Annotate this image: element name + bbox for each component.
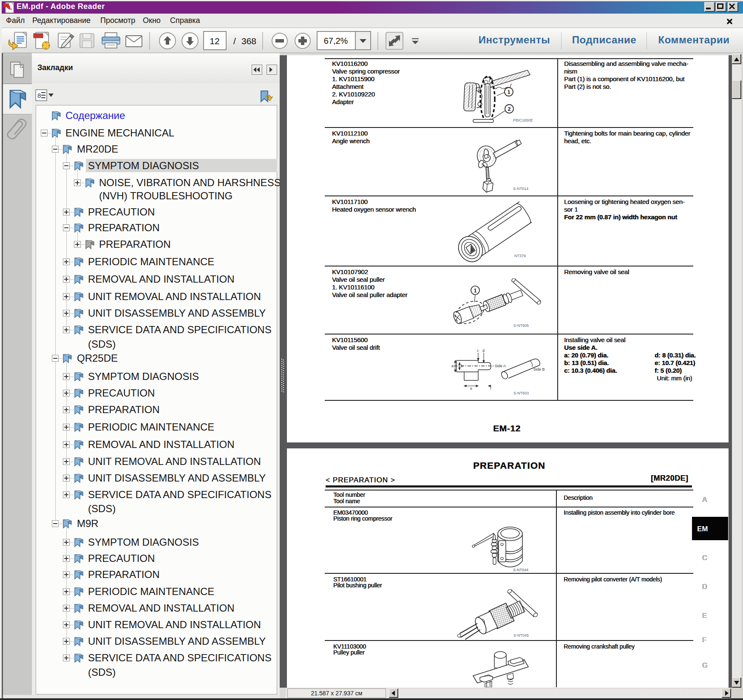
svg-text:NT379: NT379 (514, 254, 526, 258)
svg-text:PBIC1650E: PBIC1650E (513, 118, 533, 122)
svg-text:1: 1 (474, 288, 477, 294)
svg-text:S-NT603: S-NT603 (513, 391, 529, 395)
svg-text:Side B: Side B (533, 367, 545, 371)
svg-text:S-NT045: S-NT045 (513, 633, 529, 638)
svg-text:368: 368 (241, 36, 256, 46)
svg-text:S-NT605: S-NT605 (513, 323, 529, 328)
svg-text:/: / (233, 36, 236, 46)
svg-text:S-NT044: S-NT044 (513, 568, 528, 572)
svg-text:c: c (477, 349, 479, 353)
svg-text:8: 8 (37, 92, 41, 99)
svg-text:Side A: Side A (495, 364, 506, 368)
svg-text:12: 12 (210, 36, 219, 46)
svg-text:d: d (482, 349, 485, 353)
svg-text:b: b (461, 364, 463, 368)
svg-text:S-NT014: S-NT014 (513, 187, 528, 191)
svg-text:1: 1 (508, 89, 510, 95)
svg-text:e: e (470, 386, 472, 391)
svg-text:a: a (451, 364, 454, 368)
svg-text:67,2%: 67,2% (324, 36, 348, 45)
svg-text:f: f (490, 386, 491, 391)
svg-text:2: 2 (508, 106, 511, 112)
